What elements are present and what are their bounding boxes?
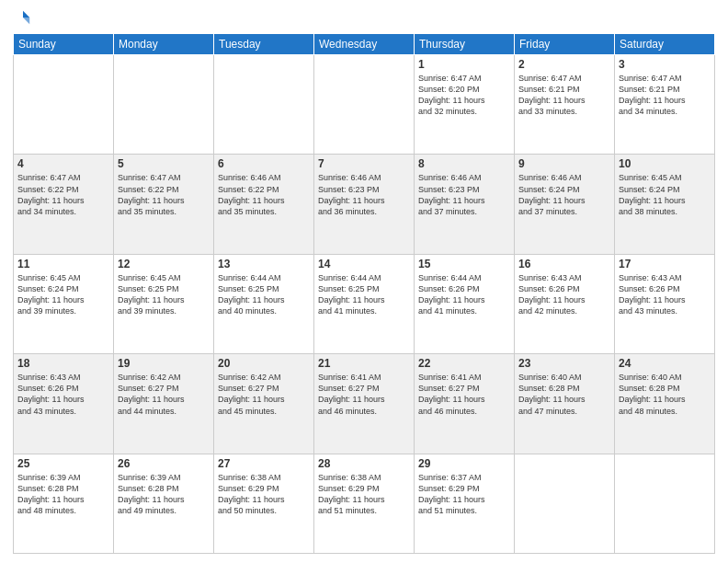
logo-icon [15,9,31,26]
calendar-cell: 16Sunrise: 6:43 AM Sunset: 6:26 PM Dayli… [515,254,615,353]
day-number: 29 [418,457,510,470]
week-row-4: 18Sunrise: 6:43 AM Sunset: 6:26 PM Dayli… [14,354,715,454]
page-container: SundayMondayTuesdayWednesdayThursdayFrid… [0,0,728,563]
day-number: 2 [518,58,610,71]
day-info: Sunrise: 6:45 AM Sunset: 6:24 PM Dayligh… [619,172,711,217]
calendar-cell [114,55,214,155]
calendar-cell: 5Sunrise: 6:47 AM Sunset: 6:22 PM Daylig… [114,155,214,254]
calendar-cell: 15Sunrise: 6:44 AM Sunset: 6:26 PM Dayli… [415,254,515,353]
day-info: Sunrise: 6:46 AM Sunset: 6:24 PM Dayligh… [518,172,610,217]
day-info: Sunrise: 6:39 AM Sunset: 6:28 PM Dayligh… [118,472,210,517]
day-info: Sunrise: 6:44 AM Sunset: 6:25 PM Dayligh… [318,272,410,317]
day-info: Sunrise: 6:44 AM Sunset: 6:26 PM Dayligh… [418,272,510,317]
weekday-header-wednesday: Wednesday [314,34,415,55]
day-number: 17 [619,258,711,270]
day-number: 23 [518,357,610,370]
day-info: Sunrise: 6:45 AM Sunset: 6:24 PM Dayligh… [17,272,109,317]
svg-marker-0 [23,11,29,17]
day-info: Sunrise: 6:40 AM Sunset: 6:28 PM Dayligh… [619,372,711,417]
day-info: Sunrise: 6:46 AM Sunset: 6:23 PM Dayligh… [418,172,510,217]
day-number: 3 [619,58,711,71]
calendar-cell: 3Sunrise: 6:47 AM Sunset: 6:21 PM Daylig… [615,55,715,155]
calendar-cell [14,55,114,155]
week-row-2: 4Sunrise: 6:47 AM Sunset: 6:22 PM Daylig… [14,155,715,254]
day-info: Sunrise: 6:47 AM Sunset: 6:22 PM Dayligh… [17,172,109,217]
day-info: Sunrise: 6:40 AM Sunset: 6:28 PM Dayligh… [518,372,610,417]
day-info: Sunrise: 6:38 AM Sunset: 6:29 PM Dayligh… [218,472,310,517]
day-number: 20 [218,357,310,370]
day-info: Sunrise: 6:43 AM Sunset: 6:26 PM Dayligh… [518,272,610,317]
day-info: Sunrise: 6:37 AM Sunset: 6:29 PM Dayligh… [418,472,510,517]
calendar-cell [314,55,415,155]
weekday-header-monday: Monday [114,34,214,55]
weekday-header-thursday: Thursday [415,34,515,55]
calendar-cell: 8Sunrise: 6:46 AM Sunset: 6:23 PM Daylig… [415,155,515,254]
day-info: Sunrise: 6:42 AM Sunset: 6:27 PM Dayligh… [218,372,310,417]
day-info: Sunrise: 6:43 AM Sunset: 6:26 PM Dayligh… [619,272,711,317]
day-info: Sunrise: 6:47 AM Sunset: 6:21 PM Dayligh… [518,73,610,118]
calendar-cell: 19Sunrise: 6:42 AM Sunset: 6:27 PM Dayli… [114,354,214,454]
day-number: 22 [418,357,510,370]
day-number: 6 [218,157,310,170]
day-number: 10 [619,157,711,170]
day-number: 15 [418,258,510,270]
weekday-header-row: SundayMondayTuesdayWednesdayThursdayFrid… [14,34,715,55]
day-number: 5 [118,157,210,170]
day-info: Sunrise: 6:41 AM Sunset: 6:27 PM Dayligh… [418,372,510,417]
day-info: Sunrise: 6:45 AM Sunset: 6:25 PM Dayligh… [118,272,210,317]
calendar-cell: 7Sunrise: 6:46 AM Sunset: 6:23 PM Daylig… [314,155,415,254]
day-number: 14 [318,258,410,270]
day-number: 13 [218,258,310,270]
calendar-cell: 4Sunrise: 6:47 AM Sunset: 6:22 PM Daylig… [14,155,114,254]
calendar-cell [515,454,615,553]
day-info: Sunrise: 6:46 AM Sunset: 6:22 PM Dayligh… [218,172,310,217]
day-number: 16 [518,258,610,270]
weekday-header-tuesday: Tuesday [214,34,314,55]
calendar-cell: 23Sunrise: 6:40 AM Sunset: 6:28 PM Dayli… [515,354,615,454]
calendar-cell: 14Sunrise: 6:44 AM Sunset: 6:25 PM Dayli… [314,254,415,353]
day-number: 28 [318,457,410,470]
day-info: Sunrise: 6:47 AM Sunset: 6:20 PM Dayligh… [418,73,510,118]
day-number: 9 [518,157,610,170]
calendar-cell: 10Sunrise: 6:45 AM Sunset: 6:24 PM Dayli… [615,155,715,254]
week-row-5: 25Sunrise: 6:39 AM Sunset: 6:28 PM Dayli… [14,454,715,553]
calendar-cell: 6Sunrise: 6:46 AM Sunset: 6:22 PM Daylig… [214,155,314,254]
day-number: 27 [218,457,310,470]
calendar-cell: 24Sunrise: 6:40 AM Sunset: 6:28 PM Dayli… [615,354,715,454]
week-row-1: 1Sunrise: 6:47 AM Sunset: 6:20 PM Daylig… [14,55,715,155]
header [13,9,715,26]
day-info: Sunrise: 6:47 AM Sunset: 6:22 PM Dayligh… [118,172,210,217]
day-number: 1 [418,58,510,71]
calendar-cell: 29Sunrise: 6:37 AM Sunset: 6:29 PM Dayli… [415,454,515,553]
weekday-header-sunday: Sunday [14,34,114,55]
day-info: Sunrise: 6:46 AM Sunset: 6:23 PM Dayligh… [318,172,410,217]
week-row-3: 11Sunrise: 6:45 AM Sunset: 6:24 PM Dayli… [14,254,715,353]
day-info: Sunrise: 6:42 AM Sunset: 6:27 PM Dayligh… [118,372,210,417]
calendar-cell: 13Sunrise: 6:44 AM Sunset: 6:25 PM Dayli… [214,254,314,353]
day-number: 25 [17,457,109,470]
day-info: Sunrise: 6:39 AM Sunset: 6:28 PM Dayligh… [17,472,109,517]
day-number: 8 [418,157,510,170]
day-number: 24 [619,357,711,370]
calendar-cell: 11Sunrise: 6:45 AM Sunset: 6:24 PM Dayli… [14,254,114,353]
calendar-cell: 1Sunrise: 6:47 AM Sunset: 6:20 PM Daylig… [415,55,515,155]
day-number: 21 [318,357,410,370]
calendar-table: SundayMondayTuesdayWednesdayThursdayFrid… [13,33,715,554]
calendar-cell: 2Sunrise: 6:47 AM Sunset: 6:21 PM Daylig… [515,55,615,155]
calendar-cell: 21Sunrise: 6:41 AM Sunset: 6:27 PM Dayli… [314,354,415,454]
day-info: Sunrise: 6:38 AM Sunset: 6:29 PM Dayligh… [318,472,410,517]
day-info: Sunrise: 6:44 AM Sunset: 6:25 PM Dayligh… [218,272,310,317]
day-info: Sunrise: 6:41 AM Sunset: 6:27 PM Dayligh… [318,372,410,417]
day-info: Sunrise: 6:43 AM Sunset: 6:26 PM Dayligh… [17,372,109,417]
calendar-cell: 28Sunrise: 6:38 AM Sunset: 6:29 PM Dayli… [314,454,415,553]
svg-marker-1 [23,17,29,24]
calendar-cell: 25Sunrise: 6:39 AM Sunset: 6:28 PM Dayli… [14,454,114,553]
day-number: 11 [17,258,109,270]
day-number: 18 [17,357,109,370]
logo [13,9,31,26]
calendar-cell: 22Sunrise: 6:41 AM Sunset: 6:27 PM Dayli… [415,354,515,454]
calendar-cell: 17Sunrise: 6:43 AM Sunset: 6:26 PM Dayli… [615,254,715,353]
calendar-cell: 9Sunrise: 6:46 AM Sunset: 6:24 PM Daylig… [515,155,615,254]
day-info: Sunrise: 6:47 AM Sunset: 6:21 PM Dayligh… [619,73,711,118]
calendar-cell: 27Sunrise: 6:38 AM Sunset: 6:29 PM Dayli… [214,454,314,553]
